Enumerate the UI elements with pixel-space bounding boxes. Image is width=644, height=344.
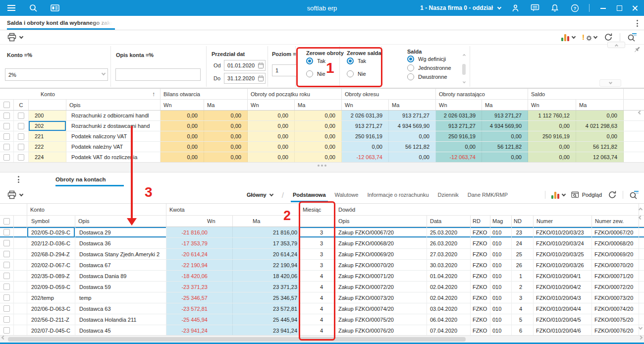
row-checkbox[interactable] <box>3 273 10 279</box>
c-checkbox[interactable] <box>18 123 24 129</box>
calendar-icon[interactable] <box>258 62 264 68</box>
konto-filter-input[interactable] <box>5 68 108 81</box>
col-header-ma[interactable]: Ma <box>576 100 624 110</box>
symbol-cell[interactable]: 202/07-D-045-C <box>27 325 75 336</box>
col-header-rd[interactable]: RD <box>471 216 490 227</box>
zerowe-obroty-tak-radio[interactable]: Tak <box>306 57 325 64</box>
col-header-konto-numer[interactable] <box>29 100 66 110</box>
turnover-row[interactable]: 202/07-D-045-C Dostawca 45 -23 941,24 23… <box>0 325 644 336</box>
more-options-icon[interactable] <box>18 176 19 183</box>
turnover-row[interactable]: 202/05-D-029-C Dostawca 29 -21 816,00 21… <box>0 227 644 238</box>
turnover-row[interactable]: 202/09-D-059-C Dostawca 59 -23 371,23 23… <box>0 282 644 292</box>
print-button[interactable] <box>7 190 23 200</box>
turnover-row[interactable]: 202/06-D-063-C Dostawca 63 -23 572,81 23… <box>0 303 644 314</box>
more-options-icon[interactable] <box>637 20 638 27</box>
row-select-cell[interactable] <box>0 314 14 325</box>
expand-filter-tab[interactable] <box>599 79 621 87</box>
symbol-cell[interactable]: 202/56-D-211-Z <box>27 314 75 325</box>
salda-scrollbar[interactable] <box>462 53 466 83</box>
radio-selected-icon[interactable] <box>306 57 313 64</box>
col-header-c[interactable]: C <box>14 100 29 110</box>
menu-icon[interactable] <box>6 2 17 13</box>
col-header-wn[interactable]: Wn <box>342 100 389 110</box>
maximize-button[interactable] <box>616 5 622 11</box>
bell-icon[interactable] <box>549 2 560 13</box>
konto-cell[interactable]: 221 <box>29 131 66 141</box>
col-header-ma[interactable]: Ma <box>204 100 248 110</box>
search-filter-button[interactable] <box>629 190 639 199</box>
row-checkbox[interactable] <box>3 305 10 312</box>
row-select-cell[interactable] <box>0 152 14 162</box>
row-checkbox[interactable] <box>3 240 10 246</box>
radio-icon[interactable] <box>407 73 414 80</box>
row-checkbox[interactable] <box>3 154 10 161</box>
c-checkbox[interactable] <box>18 154 24 161</box>
col-group-bilans-otwarcia[interactable]: Bilans otwarcia <box>161 89 248 99</box>
tab-salda-i-obroty[interactable]: Salda i obroty kont dla wybranego zakr <box>7 16 112 30</box>
alerts-settings-button[interactable]: ! <box>582 33 597 41</box>
symbol-cell[interactable]: 202/06-D-063-C <box>27 303 75 314</box>
row-checkbox[interactable] <box>3 229 10 235</box>
row-select-cell[interactable] <box>0 131 14 141</box>
col-group-konto[interactable]: Konto ↑ <box>0 89 161 99</box>
row-checkbox[interactable] <box>3 113 10 119</box>
col-header-ma[interactable]: Ma <box>482 100 528 110</box>
print-button[interactable] <box>7 33 23 42</box>
tab-informacje-o-rozrachunku[interactable]: Informacje o rozrachunku <box>367 192 429 198</box>
row-checkbox[interactable] <box>3 327 10 334</box>
glowny-dropdown[interactable]: Główny <box>247 192 273 198</box>
turnover-row[interactable]: 202/temp temp -25 346,57 25 346,57 4 Zak… <box>0 292 644 303</box>
select-all-checkbox[interactable] <box>0 100 14 110</box>
radio-icon[interactable] <box>407 64 414 71</box>
col-header-numer[interactable]: Numer <box>534 216 592 227</box>
poziom-input[interactable] <box>272 64 298 76</box>
symbol-cell[interactable]: 202/05-D-029-C <box>27 227 75 237</box>
turnover-row[interactable]: 202/68-D-294-Z Dostawca Stany Zjedn.Amer… <box>0 249 644 260</box>
pin-icon[interactable] <box>633 46 641 54</box>
tab-dziennik[interactable]: Dziennik <box>438 192 459 198</box>
sort-ascending-icon[interactable]: ↑ <box>152 91 155 98</box>
col-group-obroty-od-poczatku-roku[interactable]: Obroty od początku roku <box>248 89 342 99</box>
row-checkbox[interactable] <box>3 251 10 257</box>
select-all-checkbox[interactable] <box>0 216 14 227</box>
symbol-cell[interactable]: 202/temp <box>27 292 75 303</box>
row-select-cell[interactable] <box>0 271 14 281</box>
row-c-cell[interactable] <box>14 121 29 131</box>
date-from-field[interactable] <box>224 60 266 71</box>
refresh-button[interactable] <box>608 190 617 199</box>
splitter-handle-icon[interactable] <box>318 165 326 167</box>
news-card-icon[interactable] <box>50 2 60 13</box>
date-to-field[interactable] <box>224 73 266 84</box>
row-checkbox[interactable] <box>3 262 10 268</box>
scroll-right-icon[interactable] <box>639 336 643 340</box>
col-header-wn[interactable]: Wn <box>528 100 576 110</box>
row-select-cell[interactable] <box>0 238 14 248</box>
scrollbar-thumb[interactable] <box>8 337 466 342</box>
col-group-konto[interactable]: Konto <box>27 204 166 215</box>
row-select-cell[interactable] <box>0 121 14 131</box>
col-group-obroty-okresu[interactable]: Obroty okresu <box>342 89 436 99</box>
konto-cell[interactable]: 222 <box>29 142 66 152</box>
scroll-down-icon[interactable] <box>463 80 466 83</box>
radio-selected-icon[interactable] <box>347 57 354 64</box>
row-select-cell[interactable] <box>0 111 14 120</box>
zerowe-salda-nie-radio[interactable]: Nie <box>347 70 366 77</box>
radio-selected-icon[interactable] <box>407 56 414 62</box>
podglad-button[interactable]: Podgląd <box>571 191 602 198</box>
col-group-miesiac[interactable]: Miesiąc <box>300 204 335 215</box>
symbol-cell[interactable]: 202/12-D-036-C <box>27 238 75 248</box>
symbol-cell[interactable]: 202/35-D-089-Z <box>27 271 75 281</box>
konto-cell[interactable]: 202 <box>29 121 66 131</box>
salda-dwustronne-radio[interactable]: Dwustronne <box>407 73 447 80</box>
tab-podstawowa[interactable]: Podstawowa <box>293 192 326 198</box>
row-checkbox[interactable] <box>3 123 10 129</box>
row-select-cell[interactable] <box>0 325 14 336</box>
chart-button[interactable] <box>551 191 565 199</box>
tab-obroty-na-kontach[interactable]: Obroty na kontach <box>55 172 106 186</box>
row-select-cell[interactable] <box>0 142 14 152</box>
col-group-dowod[interactable]: Dowód <box>335 204 639 215</box>
col-header-wn[interactable]: Wn <box>436 100 482 110</box>
col-group-kwota[interactable]: Kwota <box>166 204 300 215</box>
col-header-wn[interactable]: Wn <box>248 100 295 110</box>
col-header-data[interactable]: Data <box>427 216 471 227</box>
